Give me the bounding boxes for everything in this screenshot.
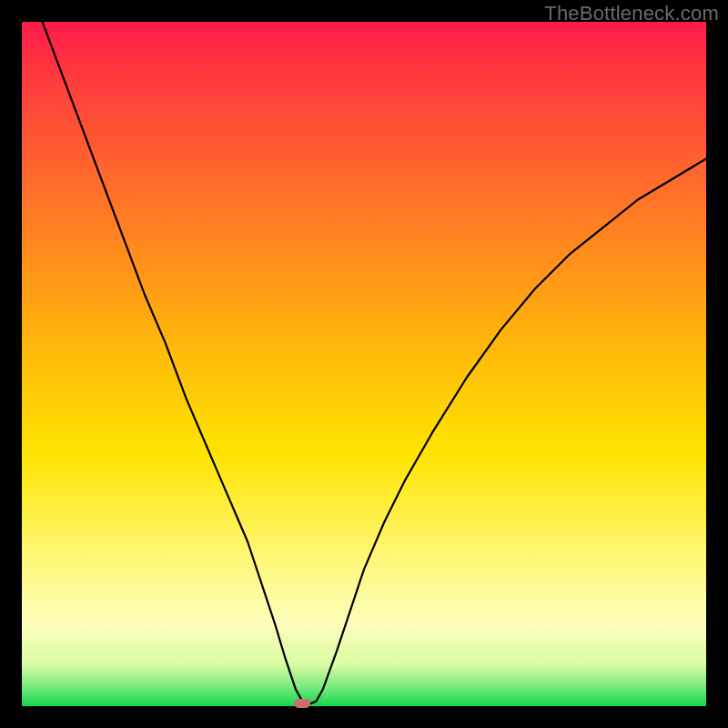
curve-path — [43, 22, 706, 704]
bottleneck-curve — [22, 22, 706, 706]
plot-area — [22, 22, 706, 706]
optimum-marker — [294, 699, 310, 708]
watermark-text: TheBottleneck.com — [544, 2, 719, 25]
chart-frame: TheBottleneck.com — [0, 0, 728, 728]
